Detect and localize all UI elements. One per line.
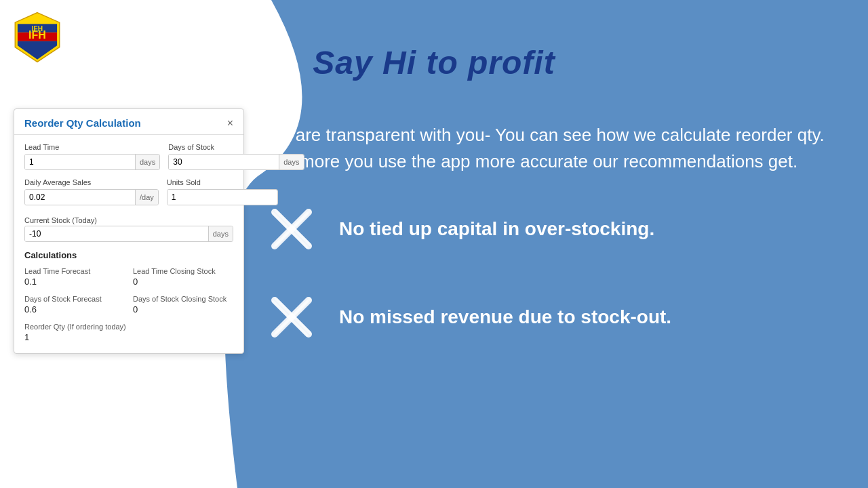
reorder-qty-dialog: Reorder Qty Calculation × Lead Time days… [14,108,244,354]
current-stock-label: Current Stock (Today) [24,216,97,224]
daily-avg-sales-group: Daily Average Sales /day [24,178,159,205]
form-row-2: Daily Average Sales /day Units Sold [24,178,233,205]
right-content: We are transparent with you- You can see… [251,108,868,392]
lead-time-suffix: days [135,155,159,169]
days-of-stock-closing-stock-value: 0 [133,304,233,314]
calc-row-2: Days of Stock Forecast 0.6 Days of Stock… [24,295,233,314]
days-of-stock-forecast-label: Days of Stock Forecast [24,295,125,303]
feature-item-1: No tied up capital in over-stocking. [264,202,834,256]
daily-avg-sales-input[interactable] [25,190,135,205]
lead-time-input-wrapper: days [24,154,160,170]
dialog-title: Reorder Qty Calculation [24,117,141,129]
svg-text:IFH: IFH [32,25,43,33]
days-of-stock-forecast-group: Days of Stock Forecast 0.6 [24,295,125,314]
days-of-stock-input[interactable] [169,155,279,169]
reorder-qty-label: Reorder Qty (If ordering today) [24,323,233,331]
days-of-stock-input-wrapper: days [168,154,304,170]
current-stock-suffix: days [208,226,233,241]
days-of-stock-suffix: days [279,155,303,169]
feature-text-2: No missed revenue due to stock-out. [339,306,671,328]
lead-time-closing-stock-label: Lead Time Closing Stock [133,267,233,275]
reorder-qty-group: Reorder Qty (If ordering today) 1 [24,323,233,342]
days-of-stock-closing-stock-label: Days of Stock Closing Stock [133,295,233,303]
lead-time-label: Lead Time [24,143,160,151]
calc-row-1: Lead Time Forecast 0.1 Lead Time Closing… [24,267,233,287]
feature-item-2: No missed revenue due to stock-out. [264,290,834,344]
current-stock-input[interactable] [25,226,208,241]
days-of-stock-group: Days of Stock days [168,143,304,170]
dialog-close-button[interactable]: × [227,118,233,129]
daily-avg-sales-input-wrapper: /day [24,189,159,205]
description-text: We are transparent with you- You can see… [264,122,834,175]
page-title: Say Hi to profit [0,44,868,81]
dialog-body: Lead Time days Days of Stock days Daily … [14,135,243,353]
current-stock-input-wrapper: days [24,226,233,242]
lead-time-input[interactable] [25,155,135,169]
no-overstocking-icon [264,202,319,256]
no-stockout-icon [264,290,319,344]
days-of-stock-closing-stock-group: Days of Stock Closing Stock 0 [133,295,233,314]
days-of-stock-forecast-value: 0.6 [24,304,125,314]
feature-text-1: No tied up capital in over-stocking. [339,218,654,240]
calculations-title: Calculations [24,250,233,260]
days-of-stock-label: Days of Stock [168,143,304,151]
lead-time-forecast-group: Lead Time Forecast 0.1 [24,267,125,287]
form-row-1: Lead Time days Days of Stock days [24,143,233,170]
units-sold-group: Units Sold [167,178,278,205]
daily-avg-sales-suffix: /day [135,190,158,205]
lead-time-closing-stock-group: Lead Time Closing Stock 0 [133,267,233,287]
units-sold-input-wrapper [167,189,278,205]
dialog-header: Reorder Qty Calculation × [14,109,243,135]
current-stock-group: Current Stock (Today) days [24,214,233,242]
reorder-qty-value: 1 [24,332,233,342]
lead-time-forecast-label: Lead Time Forecast [24,267,125,275]
units-sold-label: Units Sold [167,178,278,186]
units-sold-input[interactable] [167,190,277,205]
lead-time-forecast-value: 0.1 [24,277,125,287]
lead-time-closing-stock-value: 0 [133,277,233,287]
lead-time-group: Lead Time days [24,143,160,170]
daily-avg-sales-label: Daily Average Sales [24,178,159,186]
calculations-section: Calculations Lead Time Forecast 0.1 Lead… [24,250,233,342]
